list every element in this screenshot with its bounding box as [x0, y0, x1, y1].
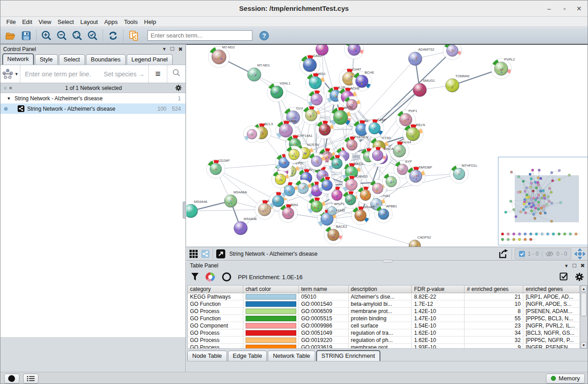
grid-icon[interactable] — [189, 249, 198, 258]
string-query-placeholder[interactable]: Enter one term per line. — [20, 70, 91, 78]
network-node-smug1[interactable]: SMUG1 — [413, 79, 435, 97]
tab-legend-panel[interactable]: Legend Panel — [127, 54, 173, 65]
network-node[interactable] — [272, 171, 289, 188]
share-view-icon[interactable] — [201, 249, 210, 258]
minimize-button[interactable]: – — [544, 4, 554, 13]
table-row[interactable]: GO FunctionGO:0005515protein binding1.47… — [188, 315, 580, 322]
network-node-ms4a6a[interactable]: MS4A6A — [224, 190, 247, 207]
tab-network-table[interactable]: Network Table — [268, 351, 315, 361]
scroll-down-arrow[interactable]: ▼ — [581, 342, 587, 348]
tab-boundaries[interactable]: Boundaries — [86, 54, 126, 65]
network-node-mthfd1l[interactable]: MTHFD1L — [450, 164, 478, 183]
network-node[interactable] — [285, 146, 303, 164]
network-node[interactable] — [318, 177, 336, 194]
menu-view[interactable]: View — [35, 17, 54, 27]
panel-splitter-handle[interactable] — [183, 201, 186, 219]
table-row[interactable]: GO ProcessGO:0033619membrane prot...1.93… — [188, 344, 580, 349]
string-logo[interactable]: STRING ▼ — [0, 65, 20, 83]
network-node[interactable] — [244, 126, 261, 143]
table-row[interactable]: GO ProcessGO:0006509membrane prot...1.42… — [188, 308, 580, 315]
column-header-description[interactable]: description — [349, 286, 412, 293]
table-row[interactable]: KEGG Pathways05010Alzheimer's dise...8.8… — [188, 293, 580, 300]
open-file-button[interactable] — [4, 29, 18, 42]
network-node[interactable] — [369, 147, 387, 164]
table-row[interactable]: GO ProcessGO:0051049regulation of tra...… — [188, 329, 580, 337]
menu-select[interactable]: Select — [54, 17, 77, 27]
enrichment-table[interactable]: categorychart colorterm namedescriptionF… — [187, 285, 580, 349]
network-tree-row[interactable]: ▼String Network - Alzheimer's disease1 — [0, 93, 185, 103]
tree-expand-icon[interactable]: ▼ — [7, 96, 11, 101]
copy-network-button[interactable] — [126, 29, 141, 42]
network-node[interactable] — [345, 45, 364, 59]
network-node[interactable] — [316, 45, 328, 56]
menu-edit[interactable]: Edit — [19, 17, 35, 27]
network-node[interactable] — [383, 173, 400, 191]
panel-float-icon[interactable]: ☐ — [170, 46, 175, 52]
string-options-button[interactable]: ≡ — [149, 69, 167, 79]
tab-select[interactable]: Select — [59, 54, 85, 65]
network-node-cadps2[interactable]: CADPS2 — [409, 235, 431, 247]
network-node[interactable] — [308, 197, 326, 216]
network-node-mt-nd2[interactable]: MT-ND2 — [209, 45, 235, 68]
maximize-button[interactable]: ▫ — [560, 4, 569, 13]
network-tree-row[interactable]: String Network - Alzheimer's disease100 … — [0, 103, 185, 114]
zoom-out-button[interactable] — [55, 29, 69, 42]
zoom-selected-button[interactable] — [85, 29, 100, 42]
panel-close-icon[interactable]: ✖ — [178, 46, 183, 52]
column-header-chart-color[interactable]: chart color — [243, 286, 299, 293]
network-node[interactable] — [316, 121, 334, 139]
column-header-category[interactable]: category — [188, 286, 243, 293]
birdseye-overview-panel[interactable] — [498, 157, 588, 245]
network-node-adamts2[interactable]: ADAMTS2 — [408, 47, 434, 66]
network-node-mt-nd1[interactable]: MT-ND1 — [247, 63, 270, 81]
tab-network[interactable]: Network — [2, 53, 34, 65]
panel-menu-icon[interactable]: ▼ — [564, 263, 569, 268]
table-row[interactable]: GO ComponentGO:0009986cell surface1.54E-… — [188, 322, 580, 329]
memory-button[interactable]: Memory — [546, 374, 585, 384]
network-node-ms4a4a[interactable]: MS4A4A — [186, 200, 207, 218]
close-button[interactable]: ✕ — [574, 4, 584, 13]
table-panel-grip[interactable] — [383, 260, 393, 262]
column-header-enriched-genes[interactable]: enriched genes — [523, 286, 580, 293]
menu-apps[interactable]: Apps — [101, 17, 121, 27]
search-input[interactable] — [147, 30, 252, 41]
panel-menu-icon[interactable]: ▼ — [162, 47, 166, 52]
network-node-vsnl1[interactable]: VSNL1 — [267, 81, 291, 102]
tab-style[interactable]: Style — [35, 54, 58, 65]
column-header-term-name[interactable]: term name — [299, 286, 349, 293]
table-row[interactable]: GO ProcessGO:0019220regulation of ph...1… — [188, 337, 580, 344]
table-scrollbar[interactable]: ▲ ▼ — [580, 285, 588, 349]
network-node-bace2[interactable]: BACE2 — [324, 225, 347, 244]
refresh-button[interactable] — [106, 29, 120, 42]
export-icon[interactable] — [498, 248, 509, 259]
tab-edge-table[interactable]: Edge Table — [228, 351, 267, 361]
help-button[interactable]: ? — [257, 29, 271, 42]
string-search-button[interactable] — [167, 68, 185, 80]
navigator-icon[interactable] — [574, 248, 586, 260]
gear-icon[interactable] — [175, 84, 182, 91]
scroll-up-arrow[interactable]: ▲ — [581, 286, 587, 292]
table-row[interactable]: GO FunctionGO:0001540beta-amyloid bi...1… — [188, 300, 580, 308]
task-list-button[interactable] — [23, 374, 38, 384]
network-canvas[interactable]: MT-ND2MT-ND1VSNL1GAB2ADAMTS2PVRL2TOMM40S… — [186, 44, 588, 247]
network-node-tomm40[interactable]: TOMM40 — [446, 74, 469, 92]
network-node-irs1[interactable]: IRS1 — [306, 72, 326, 93]
gear-icon[interactable] — [575, 272, 584, 281]
panel-float-icon[interactable]: ☐ — [572, 263, 577, 269]
network-node[interactable] — [302, 106, 321, 125]
hidden-eye-icon[interactable] — [545, 251, 554, 257]
panel-close-icon[interactable]: ✖ — [580, 262, 585, 269]
menu-help[interactable]: Help — [141, 17, 160, 27]
menu-file[interactable]: File — [3, 17, 19, 27]
save-session-button[interactable] — [19, 29, 33, 42]
network-node-epha5[interactable]: EPHA5 — [351, 205, 375, 225]
cytoscape-logo-button[interactable] — [4, 374, 19, 384]
scroll-thumb[interactable] — [581, 293, 587, 316]
network-node[interactable] — [328, 155, 346, 173]
column-header-FDR-p-value[interactable]: FDR p-value — [412, 286, 465, 293]
menu-tools[interactable]: Tools — [121, 17, 141, 27]
ring-chart-icon[interactable] — [222, 272, 232, 282]
chart-settings-icon[interactable] — [205, 272, 215, 282]
menu-layout[interactable]: Layout — [77, 17, 101, 27]
species-selector[interactable]: Set species → — [104, 70, 144, 78]
